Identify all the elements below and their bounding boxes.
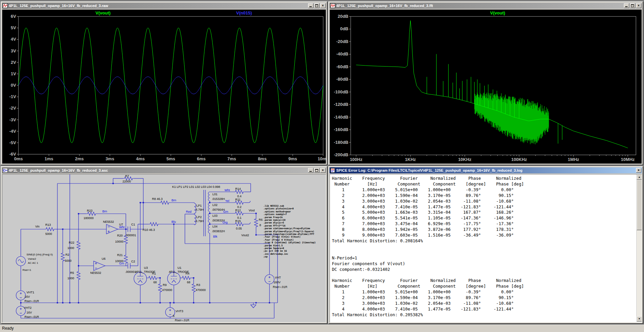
svg-text:R12: R12 xyxy=(235,209,241,212)
svg-text:.tran 0 {simtime} {dlytime} {t: .tran 0 {simtime} {dlytime} {timestep} xyxy=(263,241,316,244)
ltspice-application: 4P1L_125E_pushpull_opamp_16+16V_fb_reduc… xyxy=(0,0,644,332)
svg-text:2V: 2V xyxy=(11,60,16,65)
svg-text:160V: 160V xyxy=(274,281,281,284)
svg-text:-40dB: -40dB xyxy=(336,51,348,56)
status-text: Ready xyxy=(2,326,14,331)
maximize-button[interactable] xyxy=(314,3,319,8)
svg-text:-80dB: -80dB xyxy=(336,77,348,82)
log-window-icon xyxy=(330,168,335,173)
svg-text:Grn: Grn xyxy=(119,262,124,265)
svg-text:0.2: 0.2 xyxy=(237,205,242,209)
waveform-window: 4P1L_125E_pushpull_opamp_16+16V_fb_reduc… xyxy=(1,1,328,165)
svg-text:6: 6 xyxy=(173,314,175,318)
log-window-titlebar[interactable]: SPICE Error Log: C:\Program Files\LTC\LT… xyxy=(330,167,642,173)
svg-text:.param FFT=2**16: .param FFT=2**16 xyxy=(263,224,285,227)
scroll-up-button[interactable]: ▲ xyxy=(637,174,642,180)
svg-text:2ms: 2ms xyxy=(75,156,84,161)
svg-text:5000: 5000 xyxy=(45,232,52,236)
svg-text:0ms: 0ms xyxy=(14,156,23,161)
svg-text:1KHz: 1KHz xyxy=(405,157,416,162)
svg-text:Rser=.01R: Rser=.01R xyxy=(175,319,190,322)
spice-error-log-window: SPICE Error Log: C:\Program Files\LTC\LT… xyxy=(328,166,643,324)
svg-text:0.1: 0.1 xyxy=(237,216,242,219)
fft-window-title: 4P1L_125E_pushpull_opamp_16+16V_fb_reduc… xyxy=(336,4,623,8)
svg-text:R3: R3 xyxy=(196,283,200,287)
svg-text:.options plotwinsize=0: .options plotwinsize=0 xyxy=(263,207,294,210)
log-scrollbar[interactable]: ▲ ▼ xyxy=(636,174,642,322)
svg-text:.000001: .000001 xyxy=(125,234,136,237)
svg-text:6ms: 6ms xyxy=(197,156,206,161)
maximize-button[interactable] xyxy=(314,168,319,173)
fft-window: 4P1L_125E_pushpull_opamp_16+16V_fb_reduc… xyxy=(328,1,643,165)
svg-text:Brn: Brn xyxy=(171,199,176,202)
svg-text:R10 46.3: R10 46.3 xyxy=(143,228,155,232)
svg-text:0V: 0V xyxy=(11,83,16,88)
svg-text:R1: R1 xyxy=(152,272,156,275)
waveform-window-titlebar[interactable]: 4P1L_125E_pushpull_opamp_16+16V_fb_reduc… xyxy=(2,3,326,9)
schematic-canvas[interactable]: R722000K1 LP1 LP2 L01 L02 L03 L04 0.998R… xyxy=(2,174,326,323)
legend-vout: V(vout) xyxy=(490,10,505,15)
svg-text:-60dB: -60dB xyxy=(336,64,348,69)
svg-text:Wht: Wht xyxy=(225,189,230,192)
close-button[interactable]: × xyxy=(636,3,641,8)
svg-text:Vsine2: Vsine2 xyxy=(28,257,36,260)
svg-text:5000: 5000 xyxy=(65,259,71,262)
svg-text:.param numcyc=10: .param numcyc=10 xyxy=(263,219,285,221)
log-text[interactable]: Harmonic Frequency Fourier Normalized Ph… xyxy=(330,174,636,322)
svg-text:R7: R7 xyxy=(125,174,129,178)
svg-text:10000: 10000 xyxy=(115,240,123,243)
svg-text:.param simtime=numcyc/Freq+dly: .param simtime=numcyc/Freq+dlytime xyxy=(263,227,310,230)
svg-text:3V: 3V xyxy=(11,48,16,53)
svg-text:R14: R14 xyxy=(235,187,241,191)
svg-text:8ms: 8ms xyxy=(258,156,266,161)
maximize-button[interactable] xyxy=(630,3,635,8)
svg-text:5ms: 5ms xyxy=(166,156,175,161)
svg-text:Vout2: Vout2 xyxy=(241,234,249,237)
schematic-window-titlebar[interactable]: 4P1L_125E_pushpull_opamp_16+16V_fb_reduc… xyxy=(2,167,326,173)
svg-text:Grn: Grn xyxy=(223,210,228,213)
schematic-drawing[interactable]: R722000K1 LP1 LP2 L01 L02 L03 L04 0.998R… xyxy=(2,174,326,323)
close-button[interactable]: × xyxy=(320,168,326,173)
svg-text:Yel: Yel xyxy=(225,199,229,203)
svg-text:4ms: 4ms xyxy=(136,156,145,161)
scroll-thumb[interactable] xyxy=(637,180,642,230)
svg-text:Vout: Vout xyxy=(249,209,255,212)
svg-text:22000: 22000 xyxy=(122,180,131,183)
svg-text:100Hz: 100Hz xyxy=(350,157,362,162)
fft-window-titlebar[interactable]: 4P1L_125E_pushpull_opamp_16+16V_fb_reduc… xyxy=(330,3,642,9)
close-button[interactable]: × xyxy=(320,3,326,8)
legend-vout: V(vout) xyxy=(96,10,111,15)
svg-text:U1: U1 xyxy=(178,266,182,269)
svg-text:1ms: 1ms xyxy=(45,156,53,161)
scroll-down-button[interactable]: ▼ xyxy=(637,316,642,322)
minimize-button[interactable] xyxy=(308,168,313,173)
svg-text:.000001: .000001 xyxy=(125,270,136,274)
log-content-area: Harmonic Frequency Fourier Normalized Ph… xyxy=(330,174,642,323)
fft-plot-area[interactable]: V(vout)20dB0dB-20dB-40dB-60dB-80dB-100dB… xyxy=(330,9,642,164)
svg-text:VHT2: VHT2 xyxy=(24,306,32,309)
svg-text:R8 46.3: R8 46.3 xyxy=(152,197,163,201)
svg-text:.param Square=0: .param Square=0 xyxy=(263,247,284,250)
svg-text:Brn: Brn xyxy=(102,210,107,213)
close-button[interactable]: × xyxy=(636,168,641,173)
waveform-plot-area[interactable]: V(vout)V(n015)6V5V4V3V2V1V0V-1V-2V-3V-4V… xyxy=(2,9,326,164)
svg-text:Wht: Wht xyxy=(119,225,125,229)
svg-text:-1V: -1V xyxy=(9,94,16,99)
svg-text:68: 68 xyxy=(153,281,157,284)
fft-plot[interactable]: V(vout)20dB0dB-20dB-40dB-60dB-80dB-100dB… xyxy=(330,10,642,164)
svg-text:U6: U6 xyxy=(102,257,106,260)
svg-text:R4: R4 xyxy=(186,272,190,275)
minimize-button[interactable] xyxy=(624,3,629,8)
svg-text:-20dB: -20dB xyxy=(336,39,348,44)
schematic-window-icon xyxy=(3,168,8,173)
waveform-window-title: 4P1L_125E_pushpull_opamp_16+16V_fb_reduc… xyxy=(9,4,307,8)
waveform-plot[interactable]: V(vout)V(n015)6V5V4V3V2V1V0V-1V-2V-3V-4V… xyxy=(2,10,326,164)
minimize-button[interactable] xyxy=(308,3,313,8)
svg-text:.four {Freq} 4 V(Vout): .four {Freq} 4 V(Vout) xyxy=(263,239,294,241)
svg-text:L02: L02 xyxy=(212,203,217,207)
svg-text:R9: R9 xyxy=(163,283,167,287)
svg-text:180000: 180000 xyxy=(84,216,94,220)
svg-text:R23: R23 xyxy=(87,209,93,212)
svg-text:C1: C1 xyxy=(131,223,135,226)
svg-text:L03: L03 xyxy=(212,214,217,217)
